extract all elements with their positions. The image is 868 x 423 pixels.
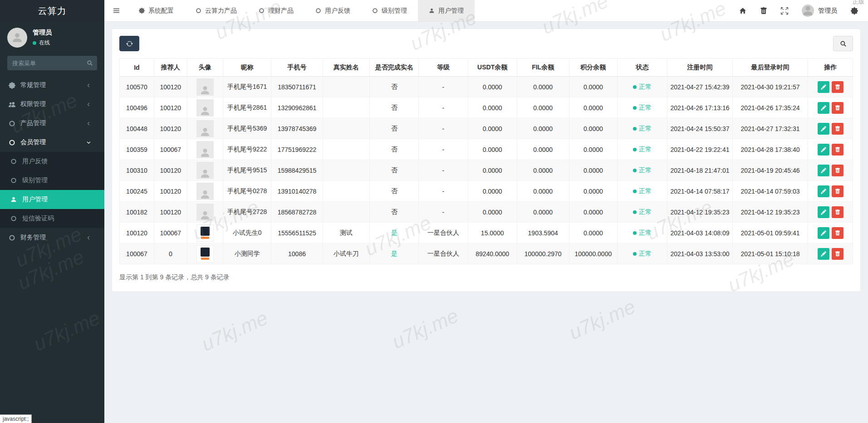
edit-button[interactable] [818, 102, 829, 114]
sidebar-item-权限管理[interactable]: 权限管理 [0, 95, 104, 114]
cell-status: 正常 [618, 139, 667, 160]
cell-usdt: 15.0000 [468, 223, 517, 243]
navbar-user-name: 管理员 [818, 7, 837, 15]
circle-icon [9, 177, 18, 184]
trash-icon[interactable] [760, 7, 767, 15]
verified-value: 否 [391, 166, 397, 174]
status-badge: 正常 [633, 104, 652, 112]
users-icon [7, 101, 16, 108]
edit-button[interactable] [818, 206, 829, 218]
cell-realname [323, 118, 369, 139]
nav-tabs: 系统配置云算力产品理财产品用户反馈级别管理用户管理 [128, 0, 475, 21]
nav-tab-级别管理[interactable]: 级别管理 [361, 0, 418, 21]
cell-fil: 0.0000 [517, 97, 569, 118]
browser-status-bar: javascript:; [0, 414, 32, 423]
cell-avatar [187, 139, 223, 160]
table-toolbar [119, 36, 853, 51]
cell-phone: 18350711671 [271, 77, 323, 97]
column-header-phone: 手机号 [271, 58, 323, 77]
delete-button[interactable] [832, 123, 843, 135]
cell-id: 100310 [120, 160, 154, 181]
nav-tab-理财产品[interactable]: 理财产品 [248, 0, 304, 21]
gear-icon [7, 82, 16, 89]
avatar-person-icon [200, 85, 211, 96]
cell-level: - [419, 202, 468, 223]
sidebar-item-用户反馈[interactable]: 用户反馈 [0, 152, 104, 171]
hamburger-icon [113, 7, 120, 15]
trash-icon [835, 230, 840, 236]
cell-reg_time: 2021-04-12 19:35:23 [667, 202, 733, 223]
delete-button[interactable] [832, 185, 843, 197]
cell-referrer: 100120 [154, 160, 187, 181]
cell-ops [808, 77, 853, 97]
cell-usdt: 0.0000 [468, 77, 517, 97]
navbar-user-menu[interactable]: 管理员 [802, 5, 837, 17]
status-dot-icon [633, 252, 637, 256]
cell-id: 100496 [120, 97, 154, 118]
sidebar-toggle-button[interactable] [104, 0, 128, 21]
edit-button[interactable] [818, 144, 829, 156]
sidebar-item-产品管理[interactable]: 产品管理 [0, 114, 104, 133]
edit-button[interactable] [818, 248, 829, 260]
edit-button[interactable] [818, 123, 829, 135]
cell-id: 100120 [120, 223, 154, 243]
avatar-person-icon [200, 106, 211, 117]
edit-button[interactable] [818, 165, 829, 176]
sidebar-item-财务管理[interactable]: 财务管理 [0, 228, 104, 247]
sidebar-item-级别管理[interactable]: 级别管理 [0, 171, 104, 190]
cell-reg_time: 2021-04-18 21:47:01 [667, 160, 733, 181]
circle-icon [9, 158, 18, 165]
delete-button[interactable] [832, 102, 843, 114]
cell-avatar [187, 181, 223, 202]
gears-icon[interactable] [851, 7, 858, 15]
cell-level: 一星合伙人 [419, 243, 468, 264]
cell-points: 0.0000 [569, 223, 618, 243]
sidebar-menu: 常规管理权限管理产品管理会员管理用户反馈级别管理用户管理短信验证码财务管理 [0, 76, 104, 423]
cell-level: - [419, 97, 468, 118]
cell-realname: 小试牛刀 [323, 243, 369, 264]
sidebar-item-短信验证码[interactable]: 短信验证码 [0, 209, 104, 228]
trash-icon [835, 251, 840, 257]
cell-realname: 测试 [323, 223, 369, 243]
fullscreen-icon[interactable] [781, 7, 788, 15]
user-photo-avatar [196, 245, 214, 263]
edit-button[interactable] [818, 81, 829, 93]
sidebar-item-常规管理[interactable]: 常规管理 [0, 76, 104, 95]
search-icon[interactable] [87, 60, 93, 66]
nav-tab-用户反馈[interactable]: 用户反馈 [304, 0, 361, 21]
cell-points: 0.0000 [569, 181, 618, 202]
delete-button[interactable] [832, 81, 843, 93]
cell-phone: 15556511525 [271, 223, 323, 243]
row-actions [818, 102, 843, 114]
delete-button[interactable] [832, 165, 843, 176]
table-row: 100448100120手机尾号536913978745369否-0.00000… [120, 118, 853, 139]
table-search-button[interactable] [833, 36, 853, 51]
delete-button[interactable] [832, 248, 843, 260]
sidebar-item-用户管理[interactable]: 用户管理 [0, 190, 104, 209]
nav-tab-云算力产品[interactable]: 云算力产品 [185, 0, 248, 21]
nav-tab-用户管理[interactable]: 用户管理 [418, 0, 475, 21]
verified-value: 否 [391, 104, 397, 111]
circle-icon [315, 8, 321, 14]
delete-button[interactable] [832, 144, 843, 156]
cell-id: 100182 [120, 202, 154, 223]
profile-status: 在线 [33, 39, 52, 47]
sidebar-search-input[interactable] [7, 56, 97, 70]
delete-button[interactable] [832, 206, 843, 218]
edit-button[interactable] [818, 185, 829, 197]
nav-tab-系统配置[interactable]: 系统配置 [128, 0, 185, 21]
pencil-icon [821, 147, 826, 152]
navbar-right: 管理员 [739, 0, 868, 21]
avatar-placeholder [196, 162, 214, 179]
cell-avatar [187, 77, 223, 97]
edit-button[interactable] [818, 227, 829, 239]
user-photo-avatar [196, 224, 214, 242]
refresh-button[interactable] [119, 36, 139, 51]
pencil-icon [821, 105, 826, 111]
cell-last_login: 2021-04-28 17:38:40 [732, 139, 808, 160]
cell-reg_time: 2021-04-26 17:13:16 [667, 97, 733, 118]
home-icon[interactable] [739, 7, 746, 15]
delete-button[interactable] [832, 227, 843, 239]
sidebar-item-会员管理[interactable]: 会员管理 [0, 133, 104, 152]
circle-icon [259, 8, 265, 14]
